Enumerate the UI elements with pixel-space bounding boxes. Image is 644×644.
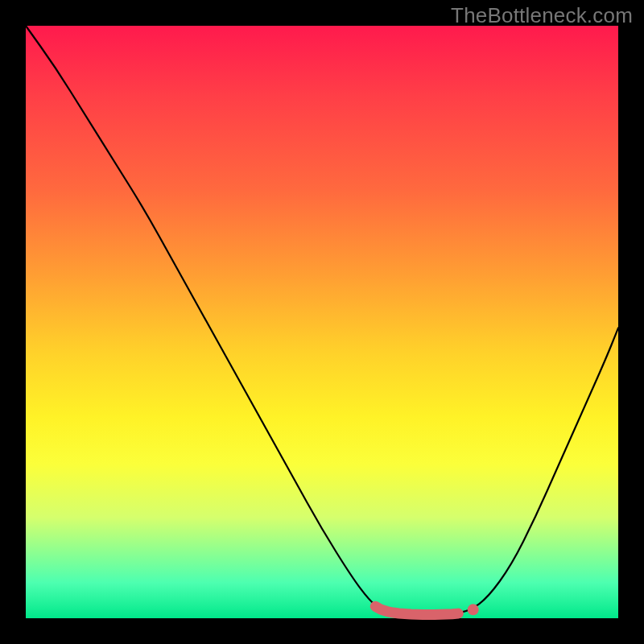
- attribution-text: TheBottleneck.com: [451, 3, 633, 28]
- chart-frame: TheBottleneck.com: [0, 0, 644, 644]
- mismatch-curve-line: [26, 26, 618, 615]
- optimal-range-overlay: [375, 606, 458, 614]
- optimal-range-marker: [468, 604, 479, 615]
- curve-plot: [26, 26, 618, 618]
